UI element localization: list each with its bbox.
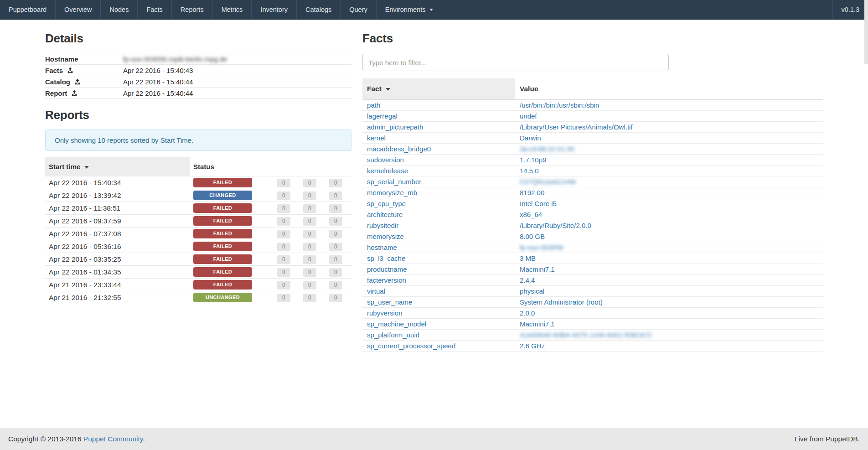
fact-name-link[interactable]: sp_platform_uuid [367,331,419,339]
footer-live-status: Live from PuppetDB. [795,435,860,443]
upload-icon [67,67,73,73]
fact-value-link[interactable]: 2.4.4 [520,276,535,284]
fact-name-link[interactable]: sp_l3_cache [367,254,405,262]
fact-name-link[interactable]: facterversion [367,276,406,284]
details-value: Apr 22 2016 - 15:40:44 [123,89,351,97]
version-label: v0.1.3 [842,6,860,13]
fact-name-link[interactable]: sp_current_processor_speed [367,342,455,350]
fact-value-link[interactable]: 3a:c9:88:22:01:00 [520,145,574,153]
fact-value-link[interactable]: 2.0.0 [520,309,535,317]
count-badge: 0 [303,268,316,277]
fact-name-link[interactable]: sp_user_name [367,298,412,306]
fact-name-cell: sp_machine_model [362,319,515,330]
fact-value-link[interactable]: physical [520,287,544,295]
nav-item-environments[interactable]: Environments [377,0,443,19]
fact-value-cell: Macmini7,1 [515,319,823,330]
fact-name-link[interactable]: path [367,101,380,109]
fact-name-cell: facterversion [362,275,515,286]
fact-name-cell: sp_platform_uuid [362,330,515,341]
fact-value-link[interactable]: 2.6 GHz [520,342,545,350]
fact-name-cell: sp_l3_cache [362,253,515,264]
fact-name-cell: path [362,100,515,111]
fact-value-link[interactable]: 8.00 GB [520,233,545,240]
nav-item[interactable]: Metrics [213,0,252,19]
report-count-cell: 0 [300,228,326,240]
fact-name-link[interactable]: rubyversion [367,309,403,317]
fact-value-link[interactable]: C07QN1AAG1HW [520,178,576,186]
report-count-cell: 0 [326,253,351,266]
count-badge: 0 [303,243,316,251]
nav-item[interactable]: Nodes [101,0,138,19]
fact-name-link[interactable]: productname [367,265,407,273]
fact-name-cell: sp_serial_number [362,176,515,187]
fact-value-cell: Darwin [515,133,823,144]
fact-value-link[interactable]: /Library/User Pictures/Animals/Owl.tif [520,123,633,131]
fact-name-link[interactable]: sp_cpu_type [367,200,406,207]
fact-name-link[interactable]: sudoversion [367,156,404,164]
report-row: Apr 22 2016 - 09:37:59 FAILED 0 0 0 [45,215,351,228]
fact-name-link[interactable]: macaddress_bridge0 [367,145,431,153]
fact-value-link[interactable]: Darwin [520,134,541,142]
fact-row: kernel Darwin [362,133,823,144]
fact-value-cell: 2.0.0 [515,308,823,319]
fact-name-link[interactable]: kernelrelease [367,167,408,175]
fact-name-link[interactable]: sp_machine_model [367,320,426,328]
fact-value-link[interactable]: Macmini7,1 [520,320,555,328]
fact-value-cell: 2.6 GHz [515,341,823,352]
fact-row: path /usr/bin:/bin:/usr/sbin:/sbin [362,100,823,111]
report-count-cell: 0 [326,266,351,279]
report-row: Apr 22 2016 - 03:35:25 FAILED 0 0 0 [45,253,351,266]
fact-value-link[interactable]: 8192.00 [520,189,544,197]
fact-value-link[interactable]: Macmini7,1 [520,265,555,273]
fact-value-link[interactable]: 41A00640-60BA-5075-1430-83017EBC872 [520,331,651,339]
fact-value-link[interactable]: 1.7.10p9 [520,156,546,164]
navbar-spacer [442,0,832,19]
nav-item[interactable]: Reports [172,0,213,19]
fact-value-link[interactable]: 3 MB [520,254,536,262]
fact-name-link[interactable]: rubysitedir [367,222,398,229]
facts-header-fact[interactable]: Fact [362,78,515,100]
fact-name-link[interactable]: hostname [367,243,397,251]
nav-item-label: Catalogs [305,6,331,13]
reports-header-status[interactable]: Status [190,157,351,176]
facts-header-value[interactable]: Value [515,78,823,100]
reports-header-start-time[interactable]: Start time [45,157,190,176]
fact-value-link[interactable]: /Library/Ruby/Site/2.0.0 [520,222,591,229]
chevron-down-icon [429,9,433,11]
report-start-time: Apr 21 2016 - 21:32:55 [45,291,190,304]
fact-value-link[interactable]: 14.5.0 [520,167,539,175]
fact-value-link[interactable]: fp-osx-003056 [520,243,563,251]
fact-value-link[interactable]: Intel Core i5 [520,200,557,207]
fact-row: architecture x86_64 [362,209,823,220]
puppet-community-link[interactable]: Puppet Community [83,435,143,443]
fact-name-link[interactable]: architecture [367,211,403,218]
nav-item[interactable]: Inventory [252,0,297,19]
fact-value-link[interactable]: x86_64 [520,211,542,218]
fact-value-link[interactable]: /usr/bin:/bin:/usr/sbin:/sbin [520,101,599,109]
nav-item[interactable]: Query [341,0,377,19]
details-row: Report Apr 22 2016 - 15:40:44 [45,88,351,99]
nav-item[interactable]: Catalogs [297,0,341,19]
scrollbar-thumb[interactable] [864,0,868,64]
fact-value-link[interactable]: System Administrator (root) [520,298,603,306]
status-badge: CHANGED [193,191,252,200]
fact-name-link[interactable]: memorysize_mb [367,189,417,197]
report-start-time: Apr 22 2016 - 09:37:59 [45,215,190,228]
nav-item[interactable]: Overview [56,0,101,19]
count-badge: 0 [329,230,342,238]
fact-value-link[interactable]: undef [520,112,537,120]
facts-filter-input[interactable] [362,54,669,71]
fact-name-link[interactable]: memorysize [367,233,404,240]
fact-row: kernelrelease 14.5.0 [362,166,823,176]
nav-item[interactable]: Facts [138,0,171,19]
fact-name-link[interactable]: sp_serial_number [367,178,421,186]
fact-name-cell: sp_current_processor_speed [362,341,515,352]
fact-name-link[interactable]: kernel [367,134,386,142]
fact-name-link[interactable]: virtual [367,287,385,295]
report-status-cell: FAILED [190,266,274,279]
report-row: Apr 22 2016 - 07:37:08 FAILED 0 0 0 [45,228,351,240]
fact-name-link[interactable]: admin_picturepath [367,123,423,131]
navbar-brand[interactable]: Puppetboard [0,0,56,19]
fact-name-link[interactable]: lagerregal [367,112,398,120]
report-status-cell: FAILED [190,253,274,266]
